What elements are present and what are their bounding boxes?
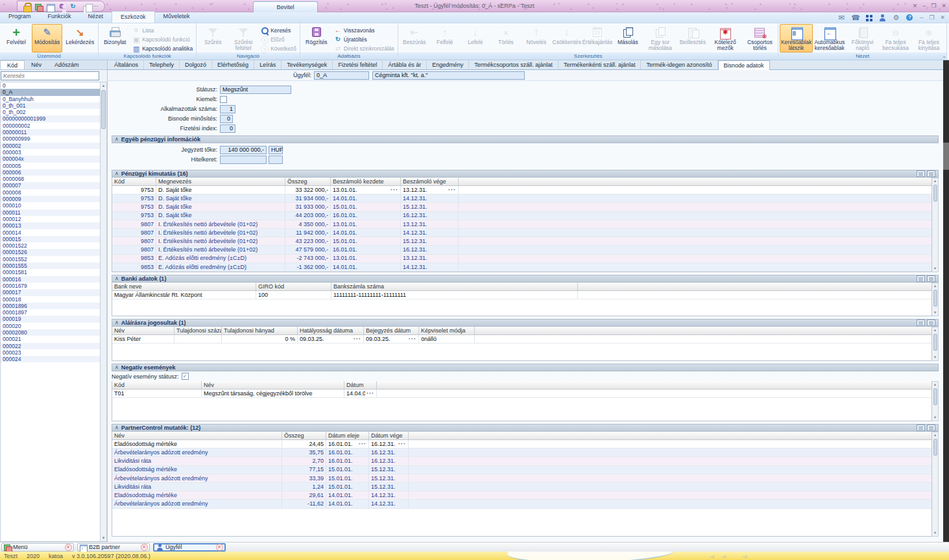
menu-tab-eszkozok[interactable]: Eszközök [112, 11, 155, 23]
scroll-thumb[interactable] [933, 388, 937, 405]
list-item[interactable]: 0000068 [1, 176, 100, 182]
ribbon-visszavonas-button[interactable]: Visszavonás [332, 26, 396, 34]
table-row[interactable]: 9753D. Saját tőke31 933 000,-15.01.01.15… [112, 203, 931, 211]
layout-icon[interactable] [927, 320, 935, 326]
gear-button[interactable] [891, 13, 900, 22]
list-item[interactable]: 00000011 [1, 129, 100, 135]
table-row[interactable]: Eladósodottság mértéke29,6114.01.01.14.1… [112, 491, 931, 500]
table-row[interactable]: 9853E. Adózás előtti eredmény (±C±D)-1 3… [112, 263, 931, 272]
tab-artabla-es-ar[interactable]: Ártábla és ár [383, 60, 427, 69]
scroll-thumb[interactable] [933, 334, 937, 351]
date-picker-ellipsis[interactable]: ··· [366, 390, 374, 397]
column-header-giro-kod[interactable]: GIRO kód [256, 283, 331, 290]
scroll-down-icon[interactable]: ▼ [102, 535, 106, 541]
field-jegyzett-toke-unit[interactable]: HUF [269, 146, 283, 154]
list-item[interactable]: 000023 [1, 349, 100, 356]
list-item[interactable]: 00001679 [1, 283, 100, 289]
qat-save-button[interactable] [56, 1, 66, 11]
list-item[interactable]: 000012 [1, 216, 100, 222]
table-row[interactable]: 9807I. Értékesítés nettó árbevétele (01+… [112, 229, 931, 237]
sidebar-scrollbar[interactable]: ▲ ▼ [100, 82, 107, 542]
tab-bisnode-adatok[interactable]: Bisnode adatok [718, 60, 770, 70]
table-row[interactable]: Eladósodottság mértéke24,4516.01.01.···1… [112, 440, 931, 449]
date-picker-ellipsis[interactable]: ··· [354, 335, 361, 343]
scroll-up-icon[interactable]: ▲ [933, 283, 937, 289]
ribbon-kapcsolodo-analitika-button[interactable]: Kapcsolódó analitika [130, 44, 195, 52]
table-row[interactable]: Magyar Államkincstár Rt. Központ10011111… [112, 291, 931, 299]
scroll-thumb[interactable] [933, 290, 937, 307]
help-button[interactable] [905, 13, 914, 22]
collapse-icon[interactable]: ∧ [115, 136, 119, 143]
list-item[interactable]: 00000000001999 [1, 115, 100, 122]
field-jegyzett-toke[interactable]: 140 000 000,- [220, 146, 267, 154]
column-header-datum[interactable]: Dátum [344, 381, 377, 389]
grid4-button[interactable] [864, 13, 873, 22]
column-header-osszeg[interactable]: Összeg [285, 178, 331, 185]
menu-tab-funkciok[interactable]: Funkciók [40, 11, 80, 23]
table-row[interactable]: 9807I. Értékesítés nettó árbevétele (01+… [112, 237, 931, 246]
collapse-icon[interactable]: ∧ [115, 275, 119, 282]
table-row[interactable]: 9807I. Értékesítés nettó árbevétele (01+… [112, 220, 931, 229]
section-header-egyeb-penzugyi-informaciok[interactable]: ∧Egyéb pénzügyi információk [112, 135, 939, 143]
collapse-icon[interactable]: ∧ [115, 425, 119, 431]
ribbon-bizonylat-button[interactable]: Bizonylat [100, 24, 130, 52]
field-hitelkeret[interactable] [220, 156, 267, 164]
date-picker-ellipsis[interactable]: ··· [359, 440, 366, 448]
table-row[interactable]: Likviditási ráta2,7016.01.01.16.12.31. [112, 457, 931, 465]
app-minimize-button[interactable]: – [920, 14, 923, 21]
field-fizetesi-index[interactable]: 0 [220, 124, 235, 133]
table-row[interactable]: Likviditási ráta1,2415.01.01.15.12.31. [112, 483, 931, 491]
scroll-down-icon[interactable]: ▼ [933, 415, 937, 421]
list-item[interactable]: 0_A [1, 89, 100, 95]
scroll-down-icon[interactable]: ▼ [933, 355, 937, 360]
client-code-field[interactable]: 0_A [314, 71, 369, 80]
column-header-nev[interactable]: Név [202, 381, 344, 389]
close-icon[interactable] [140, 543, 148, 551]
qat-cascade-button[interactable] [33, 1, 43, 11]
close-button[interactable]: ✕ [941, 1, 946, 10]
table-scrollbar[interactable]: ▲▼ [932, 381, 939, 421]
sidebar-tab-kod[interactable]: Kód [0, 60, 25, 69]
scroll-down-icon[interactable]: ▼ [933, 266, 937, 272]
scroll-up-icon[interactable]: ▲ [933, 382, 937, 388]
bevitel-window-tab[interactable]: Bevitel [253, 1, 318, 12]
scroll-thumb[interactable] [101, 90, 106, 129]
column-header-hatalyossag-datuma[interactable]: Hatályosság dátuma [298, 327, 364, 334]
ribbon-automatikus-keresoablak-button[interactable]: Automatikus keresőablak [813, 24, 846, 52]
tab-telephely[interactable]: Telephely [144, 60, 180, 69]
tab-dolgozo[interactable]: Dolgozó [180, 60, 212, 69]
user-button[interactable] [878, 13, 887, 22]
list-item[interactable]: 000014 [1, 229, 100, 236]
app-close-button[interactable]: ✕ [940, 14, 945, 21]
date-picker-ellipsis[interactable]: ··· [398, 440, 406, 448]
tab-termekenkenti-szall-ajanlat[interactable]: Termékenkénti száll. ajánlat [559, 60, 642, 69]
qat-copyrow-button[interactable] [80, 1, 90, 11]
table-row[interactable]: Árbevételarányos adózott eredmény35,7516… [112, 449, 931, 457]
list-item[interactable]: 000017 [1, 289, 100, 296]
table-row[interactable]: 9753D. Saját tőke44 203 000,-16.01.01.16… [112, 212, 931, 220]
restore-button[interactable]: ❐ [931, 1, 936, 10]
list-item[interactable]: 0 [1, 82, 100, 89]
list-item[interactable]: 0_th_001 [1, 102, 100, 109]
column-header-tulajdonosi-hanyad[interactable]: Tulajdonosi hányad [222, 327, 298, 334]
column-header-datum-eleje[interactable]: Dátum eleje [326, 432, 369, 439]
scroll-up-icon[interactable]: ▲ [933, 432, 937, 438]
collapse-icon[interactable]: ∧ [115, 320, 119, 326]
list-item[interactable]: 000004x [1, 156, 100, 162]
mail-button[interactable] [837, 13, 846, 22]
close-icon[interactable] [64, 543, 72, 551]
list-item[interactable]: 000024 [1, 356, 100, 362]
search-input[interactable] [1, 71, 99, 80]
list-item[interactable]: 000005 [1, 163, 100, 169]
column-header-megnevezes[interactable]: Megnevezés [156, 178, 285, 185]
column-header-bank-neve[interactable]: Bank neve [112, 283, 256, 290]
sidebar-tab-adoszam[interactable]: Adószám [48, 60, 86, 69]
collapse-icon[interactable]: ∧ [115, 170, 119, 177]
list-item[interactable]: 00001555 [1, 262, 100, 269]
list-item[interactable]: 000016 [1, 276, 100, 283]
ribbon-ujratoltes-button[interactable]: Újratöltés [332, 35, 396, 43]
phone-button[interactable] [850, 13, 859, 22]
tab-altalanos[interactable]: Általános [109, 60, 144, 69]
menu-tab-program[interactable]: Program [0, 11, 40, 23]
table-row[interactable]: 9807I. Értékesítés nettó árbevétele (01+… [112, 246, 931, 254]
